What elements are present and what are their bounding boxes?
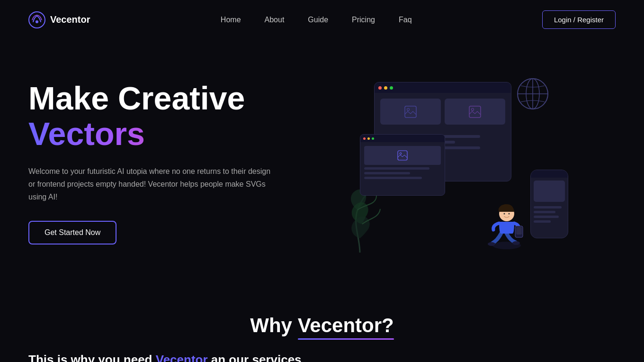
- screen-mockup-secondary: [360, 134, 445, 196]
- svg-point-0: [29, 12, 45, 28]
- globe-icon: [516, 77, 549, 110]
- logo-link[interactable]: Vecentor: [28, 11, 90, 28]
- logo-icon: [28, 11, 45, 28]
- nav-links: Home About Guide Pricing Faq: [221, 16, 412, 24]
- why-heading: Why Vecentor?: [250, 314, 394, 336]
- svg-rect-16: [516, 227, 522, 235]
- nav-about[interactable]: About: [265, 16, 285, 24]
- svg-rect-10: [398, 151, 407, 160]
- why-body-text: This is why you need Vecentor an our ser…: [28, 351, 313, 362]
- svg-rect-6: [405, 106, 416, 118]
- nav-pricing[interactable]: Pricing: [352, 16, 375, 24]
- person-illustration: [483, 191, 530, 253]
- svg-rect-8: [469, 106, 481, 118]
- get-started-button[interactable]: Get Started Now: [28, 221, 116, 244]
- hero-content: Make Creative Vectors Welcome to your fu…: [28, 81, 313, 244]
- phone-mockup: [530, 170, 568, 238]
- why-heading-highlight: Vecentor?: [298, 314, 394, 337]
- why-body-prefix: This is why you need: [28, 353, 156, 362]
- why-section: Why Vecentor? This is why you need Vecen…: [0, 295, 644, 362]
- svg-point-1: [36, 20, 38, 23]
- nav-home[interactable]: Home: [221, 16, 241, 24]
- svg-point-13: [488, 242, 495, 246]
- hero-illustration: [313, 68, 616, 257]
- svg-point-19: [509, 213, 510, 215]
- why-heading-prefix: Why: [250, 314, 297, 336]
- hero-subtitle: Welcome to your futuristic AI utopia whe…: [28, 165, 275, 204]
- svg-point-7: [407, 108, 410, 110]
- nav-guide[interactable]: Guide: [308, 16, 328, 24]
- hero-section: Make Creative Vectors Welcome to your fu…: [0, 39, 644, 295]
- hero-title-line2: Vectors: [28, 116, 313, 152]
- screen-image-placeholder-1: [380, 99, 441, 125]
- svg-point-9: [472, 108, 474, 110]
- svg-point-18: [504, 213, 505, 215]
- login-register-button[interactable]: Login / Register: [542, 10, 616, 29]
- hero-title-line1: Make Creative: [28, 81, 313, 116]
- svg-point-11: [400, 153, 402, 154]
- logo-text: Vecentor: [50, 14, 90, 25]
- screen-image-placeholder-2: [445, 99, 505, 125]
- svg-point-14: [512, 241, 520, 245]
- nav-faq[interactable]: Faq: [399, 16, 412, 24]
- illustration-container: [350, 72, 578, 253]
- navbar: Vecentor Home About Guide Pricing Faq Lo…: [0, 0, 644, 39]
- why-vecentor-highlight: Vecentor: [156, 353, 208, 362]
